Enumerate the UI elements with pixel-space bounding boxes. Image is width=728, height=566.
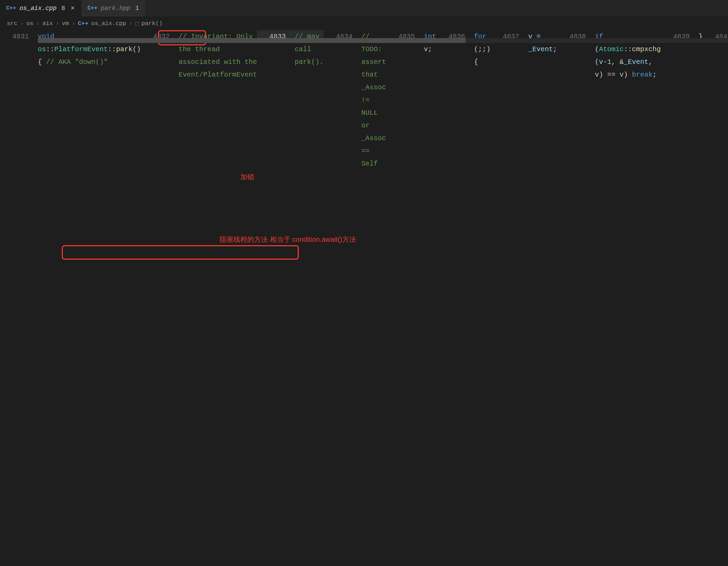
breadcrumb-part[interactable]: vm xyxy=(62,20,69,27)
chevron-right-icon: › xyxy=(72,20,75,27)
chevron-right-icon: › xyxy=(20,20,24,27)
annotation-await: 阻塞线程的方法 相当于 condition.await()方法 xyxy=(220,235,356,244)
tab-bar: C++ os_aix.cpp 8 × C++ park.hpp 1 xyxy=(0,0,728,16)
horizontal-scrollbar[interactable] xyxy=(38,38,728,43)
line-number[interactable]: 4831 xyxy=(0,30,38,43)
chevron-right-icon: › xyxy=(129,20,132,27)
cpp-icon: C++ xyxy=(6,5,16,11)
symbol-icon: ⬚ xyxy=(135,20,139,27)
tab-label: park.hpp xyxy=(101,5,130,12)
breadcrumb-part[interactable]: aix xyxy=(42,20,53,27)
chevron-right-icon: › xyxy=(36,20,39,27)
code-editor[interactable]: 4831void os::PlatformEvent::park() { // … xyxy=(0,30,728,43)
tab-os-aix-cpp[interactable]: C++ os_aix.cpp 8 × xyxy=(0,0,81,16)
breadcrumb[interactable]: src› os› aix› vm› C++ os_aix.cpp› ⬚ park… xyxy=(0,16,728,30)
annotation-lock: 加锁 xyxy=(240,172,254,182)
tab-label: os_aix.cpp xyxy=(20,5,57,12)
breadcrumb-part[interactable]: src xyxy=(7,20,18,27)
tab-badge: 1 xyxy=(135,5,139,12)
breadcrumb-part[interactable]: os xyxy=(26,20,33,27)
cpp-icon: C++ xyxy=(88,5,98,11)
close-icon[interactable]: × xyxy=(71,4,75,12)
breadcrumb-symbol[interactable]: park() xyxy=(141,20,162,27)
breadcrumb-file[interactable]: os_aix.cpp xyxy=(91,20,126,27)
tab-badge: 8 xyxy=(61,5,65,12)
scrollbar-thumb[interactable] xyxy=(38,38,466,43)
cpp-icon: C++ xyxy=(78,20,89,27)
tab-park-hpp[interactable]: C++ park.hpp 1 xyxy=(81,0,146,16)
chevron-right-icon: › xyxy=(56,20,59,27)
annotation-box-condwait xyxy=(62,245,299,260)
